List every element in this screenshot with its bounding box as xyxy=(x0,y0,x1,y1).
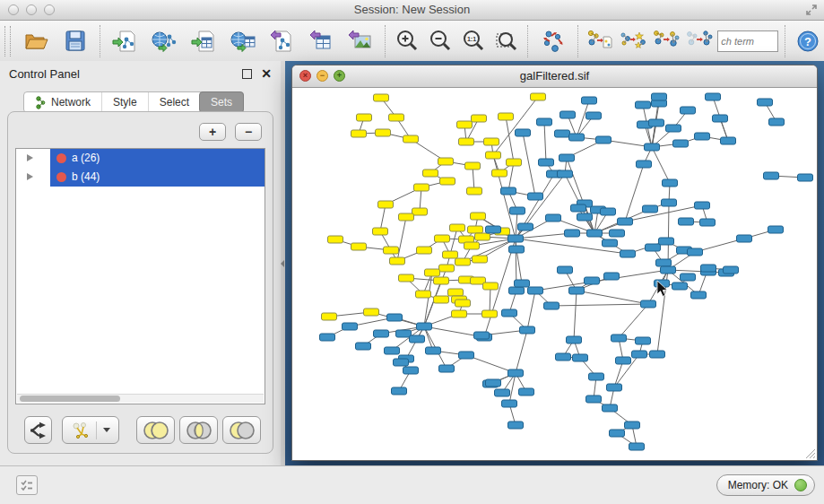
export-image-icon xyxy=(347,28,374,55)
float-panel-icon[interactable] xyxy=(242,69,252,79)
horizontal-scrollbar[interactable] xyxy=(17,394,264,403)
help-label: ? xyxy=(804,34,811,48)
minimize-window-button[interactable] xyxy=(26,4,37,15)
zoom-out-button[interactable] xyxy=(424,23,457,59)
graph-node xyxy=(528,193,543,200)
collapse-panel-icon[interactable] xyxy=(281,260,284,267)
tab-style[interactable]: Style xyxy=(101,92,148,112)
task-list-icon xyxy=(20,479,34,491)
tab-sets[interactable]: Sets xyxy=(199,91,244,113)
network-merge-button[interactable] xyxy=(650,23,683,59)
network-merge-icon xyxy=(653,28,680,55)
graph-node xyxy=(426,347,441,354)
graph-node xyxy=(394,359,409,366)
set-union-button[interactable] xyxy=(136,416,175,444)
graph-node xyxy=(691,291,707,299)
export-table-button[interactable] xyxy=(301,23,341,59)
network-diff-report-button[interactable] xyxy=(584,23,617,59)
memory-status-button[interactable]: Memory: OK xyxy=(716,474,815,496)
graph-node xyxy=(443,251,458,258)
graph-node xyxy=(629,443,645,450)
close-window-button[interactable] xyxy=(8,4,19,15)
graph-node xyxy=(603,239,618,247)
network-desktop: × − + galFiltered.sif xyxy=(285,61,824,466)
graph-node xyxy=(507,159,522,166)
create-set-from-network-button[interactable] xyxy=(62,416,119,444)
import-network-file-button[interactable] xyxy=(106,23,145,59)
scrollbar-thumb[interactable] xyxy=(20,395,120,402)
graph-node xyxy=(351,130,367,137)
expand-arrow-icon[interactable] xyxy=(27,154,33,161)
graph-node xyxy=(417,247,432,254)
set-label: b (44) xyxy=(72,170,100,183)
toolbar-drag-handle[interactable] xyxy=(4,26,11,56)
graph-node xyxy=(555,130,570,137)
network-extract-button[interactable] xyxy=(682,23,716,59)
list-item[interactable]: a (26) xyxy=(16,149,265,168)
network-window-titlebar[interactable]: × − + galFiltered.sif xyxy=(292,65,817,88)
help-button[interactable]: ? xyxy=(791,23,824,59)
sets-list[interactable]: a (26) b (44) xyxy=(15,148,265,404)
graph-node xyxy=(486,226,501,233)
add-set-button[interactable]: + xyxy=(199,123,226,141)
export-network-button[interactable] xyxy=(263,23,302,59)
split-set-button[interactable] xyxy=(24,416,52,444)
zoom-actual-size-button[interactable]: 1:1 xyxy=(457,23,490,59)
dropdown-arrow-icon[interactable] xyxy=(103,428,110,432)
graph-node xyxy=(586,112,602,119)
set-intersection-button[interactable] xyxy=(179,416,218,444)
graph-node xyxy=(452,310,467,317)
graph-node xyxy=(439,365,455,372)
remove-set-button[interactable]: − xyxy=(235,123,262,141)
resize-grip-icon[interactable] xyxy=(803,447,816,459)
minimize-network-window-button[interactable]: − xyxy=(317,70,328,82)
close-network-window-button[interactable]: × xyxy=(299,70,311,82)
graph-node xyxy=(520,326,535,334)
graph-node xyxy=(472,115,487,122)
zoom-in-button[interactable] xyxy=(391,23,424,59)
graph-node xyxy=(586,395,602,403)
graph-node xyxy=(546,214,561,222)
expand-arrow-icon[interactable] xyxy=(27,173,33,180)
graph-node xyxy=(464,242,480,249)
graph-node xyxy=(663,179,678,187)
graph-node xyxy=(569,134,585,141)
graph-node xyxy=(559,154,575,161)
set-difference-button[interactable] xyxy=(222,416,261,444)
graph-node xyxy=(539,159,554,166)
search-input[interactable] xyxy=(717,30,778,52)
open-session-button[interactable] xyxy=(16,23,56,59)
close-panel-icon[interactable]: ✕ xyxy=(261,65,272,83)
zoom-actual-label: 1:1 xyxy=(467,36,476,42)
graph-node xyxy=(423,169,438,177)
import-network-web-button[interactable] xyxy=(144,23,184,59)
tab-network[interactable]: Network xyxy=(24,92,101,112)
zoom-fit-selected-button[interactable] xyxy=(490,23,523,59)
zoom-window-button[interactable] xyxy=(44,4,55,15)
graph-node xyxy=(666,125,681,132)
network-graph[interactable] xyxy=(292,88,815,460)
graph-node xyxy=(403,367,419,374)
import-table-web-button[interactable] xyxy=(223,23,263,59)
graph-node xyxy=(601,208,616,215)
control-panel-title: Control Panel xyxy=(9,67,80,81)
fullscreen-icon[interactable] xyxy=(804,3,819,17)
task-history-button[interactable] xyxy=(16,475,38,495)
graph-node xyxy=(659,238,674,245)
apply-layout-button[interactable] xyxy=(533,23,573,59)
tab-select[interactable]: Select xyxy=(148,92,200,112)
network-canvas[interactable] xyxy=(292,88,817,460)
graph-node xyxy=(320,334,335,341)
network-diff-highlight-button[interactable] xyxy=(617,23,650,59)
list-item[interactable]: b (44) xyxy=(16,168,265,187)
maximize-network-window-button[interactable]: + xyxy=(334,70,345,82)
window-titlebar[interactable]: Session: New Session xyxy=(0,0,824,21)
network-window[interactable]: × − + galFiltered.sif xyxy=(291,65,818,461)
graph-node xyxy=(376,129,391,136)
graph-node xyxy=(706,93,721,100)
graph-node xyxy=(473,256,488,263)
import-table-file-button[interactable] xyxy=(184,23,223,59)
export-image-button[interactable] xyxy=(341,23,380,59)
control-panel-header: Control Panel ✕ xyxy=(0,61,281,88)
save-session-button[interactable] xyxy=(56,23,95,59)
